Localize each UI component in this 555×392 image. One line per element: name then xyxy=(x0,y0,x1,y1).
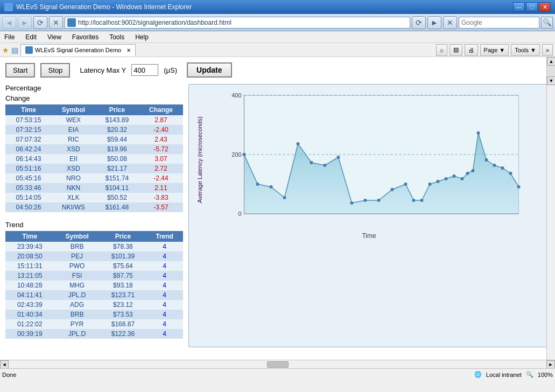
stop-addr-button[interactable]: ✕ xyxy=(443,16,457,29)
zoom-icon: 🔍 xyxy=(526,371,533,378)
trend-cell: JPL.D xyxy=(54,329,100,339)
percentage-change-table: Time Symbol Price Change 07:53:15WEX$143… xyxy=(5,104,183,212)
latency-input[interactable] xyxy=(131,64,158,76)
pct-cell: NKN xyxy=(52,183,95,193)
trend-cell: 01:40:34 xyxy=(5,310,54,319)
tab-demo[interactable]: WLEvS Signal Generation Demo ✕ xyxy=(20,44,136,56)
extend-button[interactable]: » xyxy=(542,44,553,56)
pct-cell: NKI/WS xyxy=(52,202,95,212)
nav-bar: ◄ ► ⟳ ✕ http://localhost:9002/signalgene… xyxy=(0,14,555,31)
print-button[interactable]: 🖨 xyxy=(465,44,478,56)
minimize-button[interactable]: — xyxy=(513,2,525,12)
menu-favorites[interactable]: Favorites xyxy=(70,33,101,41)
trend-cell: 4 xyxy=(146,271,183,281)
col-price-pct: Price xyxy=(95,104,139,115)
menu-help[interactable]: Help xyxy=(133,33,151,41)
menu-file[interactable]: File xyxy=(2,33,17,41)
chart-svg: 400 200 0 xyxy=(203,90,544,230)
refresh-addr-button[interactable]: ⟳ xyxy=(412,16,426,29)
pct-cell: -5.72 xyxy=(139,144,183,154)
trend-cell: 13:21:05 xyxy=(5,271,54,281)
table-row: 23:39:43BRB$78.384 xyxy=(5,242,183,251)
favorites-bar: ★ ▤ WLEvS Signal Generation Demo ✕ ⌂ ▤ 🖨… xyxy=(0,43,555,57)
percentage-change-title: Percentage Change xyxy=(5,84,183,102)
pct-cell: $151.74 xyxy=(95,173,139,183)
trend-cell: ADG xyxy=(54,300,100,310)
tab-icon xyxy=(25,46,33,54)
go-button[interactable]: ► xyxy=(427,16,441,29)
status-text: Done xyxy=(2,372,474,378)
svg-point-17 xyxy=(350,201,354,205)
trend-cell: PYR xyxy=(54,319,100,329)
table-row: 05:33:46NKN$104.112.11 xyxy=(5,183,183,193)
pct-cell: $59.44 xyxy=(95,135,139,144)
trend-cell: 15:11:31 xyxy=(5,261,54,271)
trend-cell: 4 xyxy=(146,242,183,251)
start-button[interactable]: Start xyxy=(5,63,35,78)
maximize-button[interactable]: □ xyxy=(526,2,538,12)
tab-close-icon[interactable]: ✕ xyxy=(127,47,131,53)
pct-cell: 04:50:26 xyxy=(5,202,52,212)
forward-button[interactable]: ► xyxy=(18,16,32,29)
rss-button[interactable]: ▤ xyxy=(449,44,462,56)
scrollbar-track[interactable] xyxy=(9,360,546,369)
close-button[interactable]: ✕ xyxy=(539,2,551,12)
scroll-down-button[interactable]: ▼ xyxy=(547,76,555,85)
table-row: 06:14:43EII$50.083.07 xyxy=(5,154,183,164)
menu-tools[interactable]: Tools xyxy=(107,33,127,41)
pct-cell: -2.44 xyxy=(139,173,183,183)
pct-cell: EIA xyxy=(52,125,95,135)
trend-cell: PWO xyxy=(54,261,100,271)
latency-label: Latency Max Y xyxy=(80,66,126,74)
vertical-scrollbar[interactable]: ▲ ▼ xyxy=(546,57,555,360)
back-button[interactable]: ◄ xyxy=(2,16,16,29)
pct-cell: EII xyxy=(52,154,95,164)
trend-cell: 02:43:39 xyxy=(5,300,54,310)
col-time-pct: Time xyxy=(5,104,52,115)
menu-view[interactable]: View xyxy=(45,33,64,41)
trend-cell: JPL.D xyxy=(54,290,100,300)
section-title-trend: Trend xyxy=(5,221,183,229)
scroll-up-button[interactable]: ▲ xyxy=(547,57,555,66)
x-axis-label: Time xyxy=(194,232,544,240)
latency-unit: (μS) xyxy=(164,66,177,74)
address-bar[interactable]: http://localhost:9002/signalgeneration/d… xyxy=(65,17,410,29)
pct-cell: 05:45:16 xyxy=(5,173,52,183)
scroll-left-button[interactable]: ◄ xyxy=(0,360,9,369)
trend-cell: 4 xyxy=(146,251,183,261)
home-button[interactable]: ⌂ xyxy=(436,44,447,56)
trend-cell: 23:39:43 xyxy=(5,242,54,251)
search-button[interactable]: 🔍 xyxy=(541,17,553,29)
add-favorites-icon[interactable]: ★ xyxy=(2,46,9,54)
pct-cell: NRO xyxy=(52,173,95,183)
menu-edit[interactable]: Edit xyxy=(23,33,39,41)
svg-point-31 xyxy=(477,131,480,135)
browser-icon xyxy=(4,3,13,11)
pct-cell: $50.08 xyxy=(95,154,139,164)
page-content: Start Stop Latency Max Y (μS) Update Per… xyxy=(0,57,555,360)
svg-point-24 xyxy=(428,183,432,186)
col-trend: Trend xyxy=(146,231,183,242)
search-input[interactable] xyxy=(459,17,539,29)
stop-button[interactable]: Stop xyxy=(40,63,70,78)
pct-cell: $20.32 xyxy=(95,125,139,135)
address-text: http://localhost:9002/signalgeneration/d… xyxy=(78,19,408,26)
horizontal-scrollbar: ◄ ► xyxy=(0,360,555,368)
intranet-icon: 🌐 xyxy=(474,371,482,378)
tools-button[interactable]: Tools ▼ xyxy=(511,44,540,56)
svg-text:400: 400 xyxy=(231,92,241,99)
page-button[interactable]: Page ▼ xyxy=(480,44,509,56)
page-icon xyxy=(67,18,76,27)
trend-cell: 20:08:50 xyxy=(5,251,54,261)
stop-button[interactable]: ✕ xyxy=(49,16,63,29)
rss-icon[interactable]: ▤ xyxy=(11,46,18,54)
svg-point-25 xyxy=(437,180,440,183)
scrollbar-thumb[interactable] xyxy=(267,361,289,368)
tab-label: WLEvS Signal Generation Demo xyxy=(35,47,121,53)
trend-cell: $23.12 xyxy=(100,300,146,310)
refresh-button[interactable]: ⟳ xyxy=(33,16,47,29)
scroll-right-button[interactable]: ► xyxy=(546,360,555,369)
svg-point-11 xyxy=(270,185,273,188)
trend-cell: 4 xyxy=(146,281,183,290)
update-button[interactable]: Update xyxy=(187,62,231,78)
